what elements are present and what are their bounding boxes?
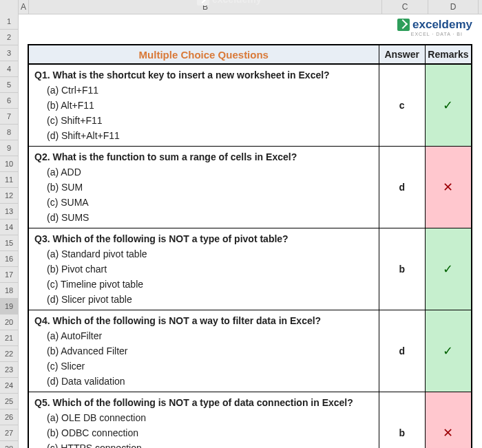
row-header-10[interactable]: 10: [0, 156, 18, 172]
row-header-12[interactable]: 12: [0, 188, 18, 204]
answer-cell[interactable]: d: [379, 147, 425, 228]
row-header-6[interactable]: 6: [0, 93, 18, 109]
check-icon: ✓: [425, 310, 472, 392]
option-text: (d) Data validation: [34, 374, 373, 389]
column-headers: A B C D: [0, 0, 482, 14]
question-cell[interactable]: Q5. Which of the following is NOT a type…: [28, 392, 379, 449]
question-row: Q4. Which of the following is NOT a way …: [28, 310, 472, 392]
question-row: Q5. Which of the following is NOT a type…: [28, 392, 472, 449]
option-text: (c) SUMA: [34, 195, 373, 210]
option-text: (c) Shift+F11: [34, 113, 373, 128]
row-header-24[interactable]: 24: [0, 378, 18, 394]
row-header-22[interactable]: 22: [0, 346, 18, 362]
row-headers: 1234567891011121314151617181920212223242…: [0, 14, 19, 448]
answer-cell[interactable]: d: [379, 310, 425, 392]
logo-row: exceldemy EXCEL · DATA · BI: [28, 14, 482, 44]
mcq-table: Multiple Choice Questions Answer Remarks…: [28, 44, 472, 448]
question-row: Q2. What is the function to sum a range …: [28, 147, 472, 228]
option-text: (a) ADD: [34, 164, 373, 180]
row-header-1[interactable]: 1: [0, 14, 18, 30]
col-header-c[interactable]: C: [382, 0, 428, 14]
option-text: (a) AutoFilter: [34, 328, 373, 343]
col-header-a[interactable]: A: [19, 0, 29, 14]
row-header-5[interactable]: 5: [0, 77, 18, 93]
header-remarks: Remarks: [425, 45, 472, 64]
row-header-9[interactable]: 9: [0, 140, 18, 156]
cross-icon: ✕: [425, 392, 472, 449]
answer-cell[interactable]: b: [379, 228, 425, 310]
row-header-21[interactable]: 21: [0, 330, 18, 346]
option-text: (b) SUM: [34, 180, 373, 195]
row-header-14[interactable]: 14: [0, 220, 18, 235]
option-text: (b) Advanced Filter: [34, 343, 373, 359]
header-title: Multiple Choice Questions: [28, 45, 379, 64]
row-header-23[interactable]: 23: [0, 362, 18, 378]
check-icon: ✓: [425, 64, 472, 147]
row-header-13[interactable]: 13: [0, 204, 18, 220]
option-text: (b) Pivot chart: [34, 262, 373, 277]
question-cell[interactable]: Q1. What is the shortcut key to insert a…: [28, 64, 379, 147]
col-header-d[interactable]: D: [428, 0, 479, 14]
row-header-25[interactable]: 25: [0, 394, 18, 409]
option-text: (a) OLE DB connection: [34, 410, 373, 425]
option-text: (a) Standard pivot table: [34, 246, 373, 262]
row-header-3[interactable]: 3: [0, 45, 18, 61]
check-icon: ✓: [425, 228, 472, 310]
option-text: (c) HTTPS connection: [34, 440, 373, 448]
question-text: Q1. What is the shortcut key to insert a…: [34, 67, 373, 83]
row-header-17[interactable]: 17: [0, 267, 18, 283]
question-row: Q3. Which of the following is NOT a type…: [28, 228, 472, 310]
row-header-27[interactable]: 27: [0, 425, 18, 441]
row-header-8[interactable]: 8: [0, 125, 18, 140]
question-cell[interactable]: Q4. Which of the following is NOT a way …: [28, 310, 379, 392]
row-header-2[interactable]: 2: [0, 30, 18, 45]
row-header-26[interactable]: 26: [0, 409, 18, 425]
question-text: Q2. What is the function to sum a range …: [34, 149, 373, 164]
option-text: (b) ODBC connection: [34, 425, 373, 440]
logo-icon: [397, 19, 410, 31]
option-text: (d) Slicer pivot table: [34, 292, 373, 307]
option-text: (b) Alt+F11: [34, 98, 373, 113]
question-cell[interactable]: Q2. What is the function to sum a range …: [28, 147, 379, 228]
logo-subtext: EXCEL · DATA · BI: [28, 32, 472, 36]
answer-cell[interactable]: b: [379, 392, 425, 449]
option-text: (c) Timeline pivot table: [34, 277, 373, 292]
question-cell[interactable]: Q3. Which of the following is NOT a type…: [28, 228, 379, 310]
table-header-row: Multiple Choice Questions Answer Remarks: [28, 45, 472, 64]
question-text: Q3. Which of the following is NOT a type…: [34, 231, 373, 246]
logo-text: exceldemy: [412, 18, 472, 32]
row-header-11[interactable]: 11: [0, 172, 18, 188]
question-text: Q4. Which of the following is NOT a way …: [34, 313, 373, 328]
row-header-7[interactable]: 7: [0, 109, 18, 125]
option-text: (d) Shift+Alt+F11: [34, 128, 373, 143]
question-row: Q1. What is the shortcut key to insert a…: [28, 64, 472, 147]
option-text: (c) Slicer: [34, 359, 373, 374]
row-header-19[interactable]: 19: [0, 299, 18, 314]
row-header-16[interactable]: 16: [0, 251, 18, 267]
question-text: Q5. Which of the following is NOT a type…: [34, 395, 373, 410]
col-header-b[interactable]: B: [29, 0, 382, 14]
header-answer: Answer: [379, 45, 425, 64]
brand-logo: exceldemy: [397, 18, 472, 32]
row-header-28[interactable]: 28: [0, 441, 18, 448]
row-header-15[interactable]: 15: [0, 235, 18, 251]
row-header-20[interactable]: 20: [0, 314, 18, 330]
answer-cell[interactable]: c: [379, 64, 425, 147]
row-header-18[interactable]: 18: [0, 283, 18, 299]
spreadsheet: A B C D 12345678910111213141516171819202…: [0, 0, 482, 448]
option-text: (d) SUMS: [34, 210, 373, 225]
row-header-4[interactable]: 4: [0, 61, 18, 77]
cross-icon: ✕: [425, 147, 472, 228]
option-text: (a) Ctrl+F11: [34, 83, 373, 98]
